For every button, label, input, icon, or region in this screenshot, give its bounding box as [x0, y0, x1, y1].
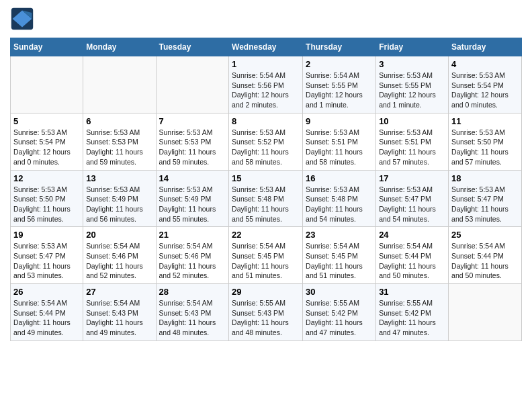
- calendar-week-row: 1Sunrise: 5:54 AM Sunset: 5:56 PM Daylig…: [11, 56, 522, 113]
- header: [10, 7, 522, 31]
- day-number: 18: [451, 173, 519, 183]
- weekday-header: Tuesday: [156, 38, 229, 56]
- day-number: 15: [232, 173, 300, 183]
- calendar-cell: [83, 56, 156, 113]
- day-info: Sunrise: 5:54 AM Sunset: 5:56 PM Dayligh…: [232, 71, 300, 110]
- calendar-cell: 13Sunrise: 5:53 AM Sunset: 5:49 PM Dayli…: [83, 170, 156, 227]
- calendar-cell: 30Sunrise: 5:55 AM Sunset: 5:42 PM Dayli…: [303, 284, 376, 341]
- calendar-cell: 4Sunrise: 5:53 AM Sunset: 5:54 PM Daylig…: [449, 56, 522, 113]
- day-info: Sunrise: 5:54 AM Sunset: 5:55 PM Dayligh…: [306, 71, 373, 110]
- day-number: 3: [379, 59, 445, 69]
- day-number: 14: [159, 173, 226, 183]
- calendar-cell: 25Sunrise: 5:54 AM Sunset: 5:44 PM Dayli…: [449, 227, 522, 284]
- day-number: 6: [86, 116, 152, 126]
- day-info: Sunrise: 5:53 AM Sunset: 5:49 PM Dayligh…: [86, 185, 152, 224]
- day-number: 26: [13, 287, 80, 297]
- day-info: Sunrise: 5:54 AM Sunset: 5:45 PM Dayligh…: [232, 241, 300, 281]
- calendar-cell: 8Sunrise: 5:53 AM Sunset: 5:52 PM Daylig…: [229, 113, 303, 170]
- calendar-cell: 14Sunrise: 5:53 AM Sunset: 5:49 PM Dayli…: [156, 170, 229, 227]
- day-info: Sunrise: 5:53 AM Sunset: 5:48 PM Dayligh…: [232, 185, 300, 224]
- calendar-cell: 28Sunrise: 5:54 AM Sunset: 5:43 PM Dayli…: [156, 284, 229, 341]
- day-number: 27: [86, 287, 152, 297]
- day-info: Sunrise: 5:55 AM Sunset: 5:42 PM Dayligh…: [379, 298, 445, 338]
- calendar-cell: 15Sunrise: 5:53 AM Sunset: 5:48 PM Dayli…: [229, 170, 303, 227]
- day-number: 21: [159, 230, 226, 240]
- weekday-header: Friday: [376, 38, 449, 56]
- day-number: 17: [379, 173, 445, 183]
- calendar-cell: 2Sunrise: 5:54 AM Sunset: 5:55 PM Daylig…: [303, 56, 376, 113]
- calendar-cell: 6Sunrise: 5:53 AM Sunset: 5:53 PM Daylig…: [83, 113, 156, 170]
- calendar-cell: 19Sunrise: 5:53 AM Sunset: 5:47 PM Dayli…: [11, 227, 83, 284]
- day-info: Sunrise: 5:54 AM Sunset: 5:46 PM Dayligh…: [86, 241, 152, 281]
- calendar-cell: 17Sunrise: 5:53 AM Sunset: 5:47 PM Dayli…: [376, 170, 449, 227]
- calendar-cell: 31Sunrise: 5:55 AM Sunset: 5:42 PM Dayli…: [376, 284, 449, 341]
- calendar-cell: 11Sunrise: 5:53 AM Sunset: 5:50 PM Dayli…: [449, 113, 522, 170]
- day-info: Sunrise: 5:54 AM Sunset: 5:45 PM Dayligh…: [306, 241, 373, 281]
- day-number: 1: [232, 59, 300, 69]
- weekday-header: Saturday: [449, 38, 522, 56]
- day-number: 10: [379, 116, 445, 126]
- day-info: Sunrise: 5:53 AM Sunset: 5:50 PM Dayligh…: [451, 128, 519, 167]
- calendar-cell: 27Sunrise: 5:54 AM Sunset: 5:43 PM Dayli…: [83, 284, 156, 341]
- logo-icon: [10, 7, 34, 31]
- calendar-cell: [156, 56, 229, 113]
- day-info: Sunrise: 5:53 AM Sunset: 5:53 PM Dayligh…: [86, 128, 152, 167]
- day-info: Sunrise: 5:54 AM Sunset: 5:44 PM Dayligh…: [13, 298, 80, 338]
- day-number: 11: [451, 116, 519, 126]
- calendar-cell: 7Sunrise: 5:53 AM Sunset: 5:53 PM Daylig…: [156, 113, 229, 170]
- day-number: 29: [232, 287, 300, 297]
- day-number: 25: [451, 230, 519, 240]
- day-number: 4: [451, 59, 519, 69]
- calendar-cell: 26Sunrise: 5:54 AM Sunset: 5:44 PM Dayli…: [11, 284, 83, 341]
- calendar-week-row: 12Sunrise: 5:53 AM Sunset: 5:50 PM Dayli…: [11, 170, 522, 227]
- calendar-header: SundayMondayTuesdayWednesdayThursdayFrid…: [11, 38, 522, 56]
- calendar-cell: 9Sunrise: 5:53 AM Sunset: 5:51 PM Daylig…: [303, 113, 376, 170]
- day-info: Sunrise: 5:54 AM Sunset: 5:46 PM Dayligh…: [159, 241, 226, 281]
- day-number: 2: [306, 59, 373, 69]
- calendar-cell: 3Sunrise: 5:53 AM Sunset: 5:55 PM Daylig…: [376, 56, 449, 113]
- day-info: Sunrise: 5:55 AM Sunset: 5:43 PM Dayligh…: [232, 298, 300, 338]
- weekday-header: Sunday: [11, 38, 83, 56]
- day-info: Sunrise: 5:54 AM Sunset: 5:44 PM Dayligh…: [379, 241, 445, 281]
- day-number: 24: [379, 230, 445, 240]
- day-number: 30: [306, 287, 373, 297]
- day-number: 8: [232, 116, 300, 126]
- calendar-week-row: 19Sunrise: 5:53 AM Sunset: 5:47 PM Dayli…: [11, 227, 522, 284]
- day-info: Sunrise: 5:55 AM Sunset: 5:42 PM Dayligh…: [306, 298, 373, 338]
- calendar-cell: 10Sunrise: 5:53 AM Sunset: 5:51 PM Dayli…: [376, 113, 449, 170]
- day-number: 9: [306, 116, 373, 126]
- day-number: 28: [159, 287, 226, 297]
- calendar-cell: [11, 56, 83, 113]
- day-info: Sunrise: 5:53 AM Sunset: 5:54 PM Dayligh…: [13, 128, 80, 167]
- day-number: 12: [13, 173, 80, 183]
- calendar-cell: 1Sunrise: 5:54 AM Sunset: 5:56 PM Daylig…: [229, 56, 303, 113]
- calendar-container: SundayMondayTuesdayWednesdayThursdayFrid…: [0, 0, 532, 348]
- calendar-cell: 5Sunrise: 5:53 AM Sunset: 5:54 PM Daylig…: [11, 113, 83, 170]
- weekday-header: Thursday: [303, 38, 376, 56]
- day-info: Sunrise: 5:53 AM Sunset: 5:48 PM Dayligh…: [306, 185, 373, 224]
- day-info: Sunrise: 5:53 AM Sunset: 5:51 PM Dayligh…: [306, 128, 373, 167]
- day-info: Sunrise: 5:53 AM Sunset: 5:47 PM Dayligh…: [451, 185, 519, 224]
- day-info: Sunrise: 5:53 AM Sunset: 5:55 PM Dayligh…: [379, 71, 445, 110]
- day-number: 19: [13, 230, 80, 240]
- calendar-week-row: 5Sunrise: 5:53 AM Sunset: 5:54 PM Daylig…: [11, 113, 522, 170]
- weekday-header: Monday: [83, 38, 156, 56]
- calendar-cell: 18Sunrise: 5:53 AM Sunset: 5:47 PM Dayli…: [449, 170, 522, 227]
- calendar-cell: 21Sunrise: 5:54 AM Sunset: 5:46 PM Dayli…: [156, 227, 229, 284]
- day-info: Sunrise: 5:54 AM Sunset: 5:43 PM Dayligh…: [159, 298, 226, 338]
- day-info: Sunrise: 5:53 AM Sunset: 5:49 PM Dayligh…: [159, 185, 226, 224]
- day-info: Sunrise: 5:54 AM Sunset: 5:43 PM Dayligh…: [86, 298, 152, 338]
- weekday-row: SundayMondayTuesdayWednesdayThursdayFrid…: [11, 38, 522, 56]
- calendar-cell: 23Sunrise: 5:54 AM Sunset: 5:45 PM Dayli…: [303, 227, 376, 284]
- calendar-cell: [449, 284, 522, 341]
- day-info: Sunrise: 5:53 AM Sunset: 5:51 PM Dayligh…: [379, 128, 445, 167]
- day-number: 20: [86, 230, 152, 240]
- day-info: Sunrise: 5:53 AM Sunset: 5:54 PM Dayligh…: [451, 71, 519, 110]
- calendar-cell: 16Sunrise: 5:53 AM Sunset: 5:48 PM Dayli…: [303, 170, 376, 227]
- calendar-cell: 29Sunrise: 5:55 AM Sunset: 5:43 PM Dayli…: [229, 284, 303, 341]
- day-number: 22: [232, 230, 300, 240]
- day-info: Sunrise: 5:53 AM Sunset: 5:47 PM Dayligh…: [13, 241, 80, 281]
- day-info: Sunrise: 5:53 AM Sunset: 5:50 PM Dayligh…: [13, 185, 80, 224]
- day-info: Sunrise: 5:53 AM Sunset: 5:53 PM Dayligh…: [159, 128, 226, 167]
- logo: [10, 7, 37, 31]
